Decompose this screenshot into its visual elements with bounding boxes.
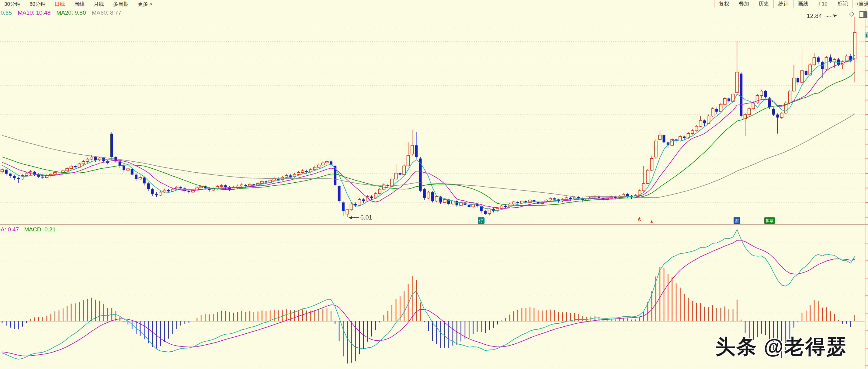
tab-60min[interactable]: 60分钟 — [30, 1, 45, 8]
toolbar-buttons: 复权 叠加 历史 统计 画线 F10 标记 +自选 — [714, 0, 868, 8]
ma5-value: 0.65 — [1, 9, 12, 16]
tab-multi-period[interactable]: 多周期 — [113, 1, 129, 8]
dea-value: A: 0.47 — [1, 226, 19, 233]
tab-daily[interactable]: 日线 — [55, 1, 65, 8]
signal-triangle-icon: ▲ — [650, 219, 654, 224]
low-price-label: 6.01 — [361, 214, 372, 221]
tab-weekly[interactable]: 周线 — [74, 1, 85, 8]
ma60-value: MA60: 8.77 — [92, 9, 121, 16]
high-price-annotation: 12.84 — [807, 12, 837, 20]
macd-readout: A: 0.47 MACD: 0.21 — [1, 226, 59, 233]
high-price-label: 12.84 — [807, 12, 822, 20]
adjust-price-button[interactable]: 复权 — [714, 0, 734, 8]
draw-line-button[interactable]: 画线 — [793, 0, 813, 8]
f10-button[interactable]: F10 — [813, 0, 833, 8]
tab-30min[interactable]: 30分钟 — [4, 1, 20, 8]
stock-chart-app: 30分钟 60分钟 日线 周线 月线 多周期 更多 > 复权 叠加 历史 统计 … — [0, 0, 868, 369]
toolbar: 30分钟 60分钟 日线 周线 月线 多周期 更多 > 复权 叠加 历史 统计 … — [0, 0, 868, 8]
history-button[interactable]: 历史 — [754, 0, 773, 8]
macd-value: MACD: 0.21 — [24, 226, 56, 233]
statistics-button[interactable]: 统计 — [773, 0, 793, 8]
ma20-value: MA20: 9.80 — [56, 9, 86, 16]
ma10-value: MA10: 10.48 — [18, 9, 51, 16]
panel-toggle-icon[interactable] — [859, 11, 867, 18]
overlay-button[interactable]: 叠加 — [734, 0, 754, 8]
event-badge-停[interactable]: 停 — [478, 217, 485, 224]
ma-readout: 0.65 MA10: 10.48 MA20: 9.80 MA60: 8.77 — [1, 9, 126, 16]
event-badge-拟减[interactable]: 拟减 — [764, 217, 775, 224]
diamond-icon[interactable]: ◇ — [849, 10, 854, 18]
watermark: 头条 @老得瑟 — [715, 333, 847, 361]
low-price-annotation: 6.01 — [348, 214, 372, 221]
panel-separator — [0, 224, 868, 225]
candlestick-chart[interactable] — [0, 8, 868, 224]
event-badge-财[interactable]: 财 — [734, 217, 740, 224]
mark-button[interactable]: 标记 — [833, 0, 852, 8]
arrow-right-icon — [823, 14, 837, 19]
add-watchlist-button[interactable]: +自选 — [852, 0, 868, 8]
right-axis-partial-label: 1 — [865, 32, 868, 38]
timeframe-tabs: 30分钟 60分钟 日线 周线 月线 多周期 更多 > — [4, 0, 153, 8]
tab-monthly[interactable]: 月线 — [94, 1, 104, 8]
tab-more[interactable]: 更多 > — [138, 1, 153, 8]
dividend-marker-icon[interactable]: ŝ — [638, 216, 641, 223]
arrow-left-icon — [348, 216, 360, 220]
